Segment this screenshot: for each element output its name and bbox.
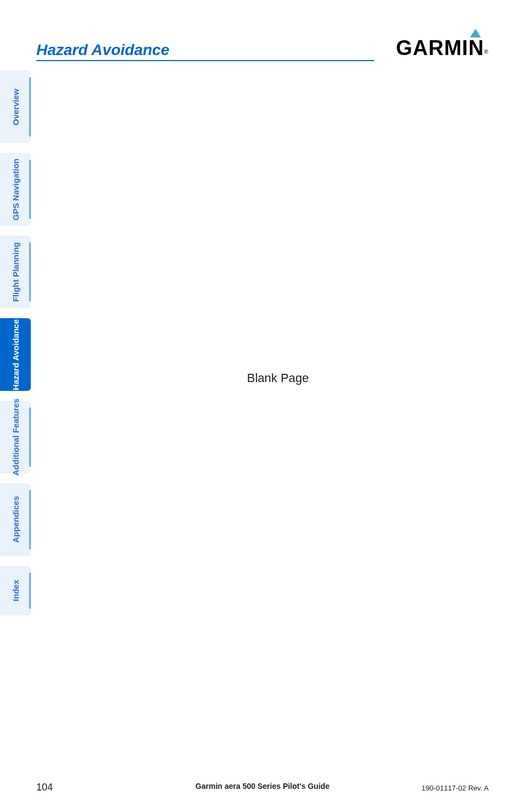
tab-hazard-avoidance[interactable]: Hazard Avoidance <box>0 318 31 391</box>
brand-logo: GARMIN® <box>396 29 489 61</box>
page-content: Blank Page <box>31 70 525 768</box>
footer-title: Garmin aera 500 Series Pilot's Guide <box>195 782 330 791</box>
page-number: 104 <box>36 782 53 793</box>
tab-flight-planning[interactable]: Flight Planning <box>0 236 31 308</box>
registered-mark: ® <box>484 49 489 55</box>
tab-label: Hazard Avoidance <box>11 319 20 390</box>
tab-additional-features[interactable]: Additional Features <box>0 401 31 473</box>
tab-label: Index <box>11 580 20 601</box>
footer-revision: 190-01117-02 Rev. A <box>422 784 489 792</box>
page-header: Hazard Avoidance GARMIN® <box>36 29 489 61</box>
page-footer: 104 Garmin aera 500 Series Pilot's Guide… <box>36 782 489 793</box>
tab-label: Flight Planning <box>11 242 20 302</box>
tab-label: Additional Features <box>11 399 20 476</box>
side-tabs: Overview GPS Navigation Flight Planning … <box>0 70 31 625</box>
brand-name: GARMIN® <box>396 36 489 60</box>
section-title: Hazard Avoidance <box>36 41 374 61</box>
tab-appendices[interactable]: Appendices <box>0 483 31 556</box>
tab-gps-navigation[interactable]: GPS Navigation <box>0 153 31 226</box>
tab-label: Overview <box>11 89 20 126</box>
tab-label: GPS Navigation <box>11 159 20 221</box>
tab-label: Appendices <box>11 496 20 543</box>
tab-overview[interactable]: Overview <box>0 70 31 143</box>
tab-index[interactable]: Index <box>0 566 31 615</box>
blank-page-text: Blank Page <box>247 371 309 385</box>
